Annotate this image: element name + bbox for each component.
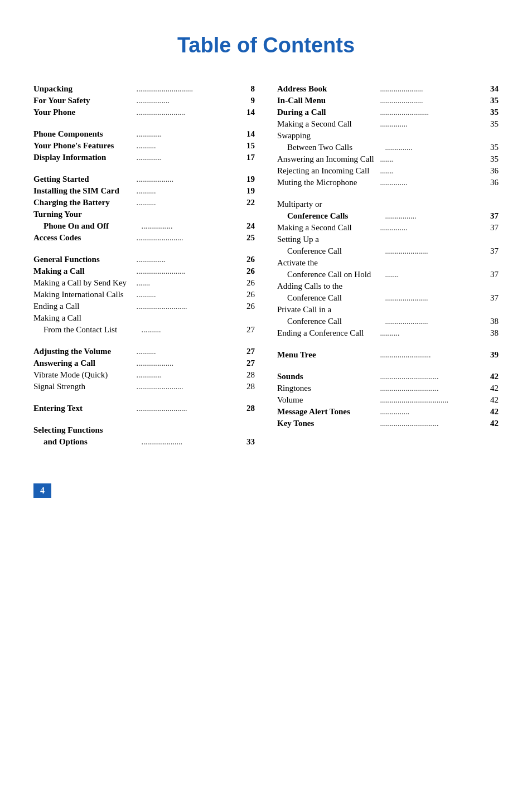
toc-entry-entering-text: Entering Text ..........................… (33, 404, 255, 413)
toc-entry-label-volume: Volume (277, 395, 379, 405)
toc-entry-page-conference-call-setup: 37 (483, 246, 499, 256)
toc-entry-dots-ringtones: .............................. (379, 384, 483, 393)
toc-entry-signal-strength: Signal Strength ........................… (33, 382, 255, 391)
toc-entry-setting-up-a-label: Setting Up a (277, 235, 499, 244)
toc-entry-page-sounds: 42 (483, 372, 499, 381)
toc-entry-volume: Volume .................................… (277, 395, 499, 405)
toc-entry-label-making-a-call: Making a Call (33, 267, 135, 276)
toc-entry-page-conference-call-adding: 37 (483, 293, 499, 303)
toc-entry-label-selecting-functions-label: Selecting Functions (33, 425, 255, 435)
toc-entry-page-conference-call-hold: 37 (483, 270, 499, 279)
toc-entry-your-phone: Your Phone .........................14 (33, 108, 255, 117)
toc-entry-selecting-functions-label: Selecting Functions (33, 425, 255, 435)
toc-entry-between-two-calls: Between Two Calls ..............35 (277, 143, 499, 152)
toc-entry-page-your-phones-features: 15 (239, 141, 255, 151)
toc-entry-getting-started: Getting Started ...................19 (33, 175, 255, 184)
toc-entry-dots-entering-text: .......................... (135, 404, 240, 413)
toc-entry-page-between-two-calls: 35 (483, 143, 499, 152)
toc-entry-page-general-functions: 26 (239, 255, 255, 264)
toc-entry-page-ending-a-call: 26 (239, 302, 255, 311)
toc-container: Unpacking .............................8… (33, 84, 499, 449)
toc-entry-vibrate-mode: Vibrate Mode (Quick) .............28 (33, 370, 255, 380)
toc-entry-dots-ending-a-call: .......................... (135, 302, 240, 311)
toc-entry-label-during-a-call: During a Call (277, 108, 379, 117)
toc-entry-page-your-phone: 14 (239, 108, 255, 117)
toc-entry-label-making-a-call2-label: Making a Call (33, 313, 255, 323)
toc-entry-label-adjusting-volume: Adjusting the Volume (33, 347, 135, 356)
toc-entry-page-vibrate-mode: 28 (239, 370, 255, 380)
toc-entry-dots-sounds: .............................. (379, 372, 483, 381)
toc-entry-page-signal-strength: 28 (239, 382, 255, 391)
toc-entry-label-making-second-call2: Making a Second Call (277, 223, 379, 233)
toc-entry-page-and-options: 33 (239, 437, 255, 447)
toc-entry-page-in-call-menu: 35 (483, 96, 499, 105)
toc-entry-label-unpacking: Unpacking (33, 84, 135, 94)
toc-entry-dots-menu-tree: .......................... (379, 351, 483, 360)
toc-entry-answering-incoming: Answering an Incoming Call .......35 (277, 154, 499, 164)
toc-entry-dots-your-phones-features: .......... (135, 142, 240, 151)
toc-entry-label-your-phones-features: Your Phone's Features (33, 141, 135, 151)
toc-entry-conference-call-hold: Conference Call on Hold .......37 (277, 270, 499, 279)
toc-entry-label-installing-sim: Installing the SIM Card (33, 186, 135, 196)
toc-entry-muting-microphone: Muting the Microphone ..............36 (277, 178, 499, 187)
toc-entry-page-getting-started: 19 (239, 175, 255, 184)
toc-spacer (33, 337, 255, 347)
toc-entry-in-call-menu: In-Call Menu ......................35 (277, 96, 499, 105)
toc-entry-dots-address-book: ...................... (379, 85, 483, 94)
toc-entry-dots-phone-components: ............. (135, 130, 240, 139)
toc-entry-dots-signal-strength: ........................ (135, 382, 240, 391)
toc-entry-dots-display-information: ............. (135, 153, 240, 162)
toc-entry-dots-charging-battery: .......... (135, 198, 240, 207)
toc-entry-sounds: Sounds ..............................42 (277, 372, 499, 381)
toc-right: Address Book ......................34In-… (277, 84, 499, 430)
toc-entry-page-installing-sim: 19 (239, 186, 255, 196)
toc-spacer (277, 362, 499, 372)
toc-entry-answering-a-call: Answering a Call ...................27 (33, 359, 255, 368)
toc-entry-address-book: Address Book ......................34 (277, 84, 499, 94)
toc-entry-label-conference-call-adding: Conference Call (287, 293, 384, 303)
toc-entry-label-making-by-send: Making a Call by Send Key (33, 278, 135, 288)
toc-entry-dots-conference-call-hold: ....... (384, 270, 483, 279)
toc-spacer (33, 394, 255, 404)
toc-entry-and-options: and Options .....................33 (33, 437, 255, 447)
toc-entry-dots-your-phone: ......................... (135, 108, 240, 117)
toc-entry-dots-from-contact-list: .......... (140, 326, 240, 335)
toc-entry-page-making-intl: 26 (239, 290, 255, 299)
toc-spacer (33, 119, 255, 129)
toc-entry-label-vibrate-mode: Vibrate Mode (Quick) (33, 370, 135, 380)
toc-entry-page-key-tones: 42 (483, 419, 499, 428)
toc-entry-dots-getting-started: ................... (135, 175, 240, 184)
toc-entry-dots-unpacking: ............................. (135, 85, 240, 94)
toc-entry-phone-components: Phone Components .............14 (33, 129, 255, 139)
toc-entry-page-conference-calls-header: 37 (483, 211, 499, 221)
toc-entry-label-in-call-menu: In-Call Menu (277, 96, 379, 105)
toc-entry-dots-phone-on-off: ................ (140, 222, 240, 231)
toc-entry-adjusting-volume: Adjusting the Volume ..........27 (33, 347, 255, 356)
toc-entry-dots-access-codes: ........................ (135, 234, 240, 243)
toc-entry-charging-battery: Charging the Battery ..........22 (33, 198, 255, 207)
toc-entry-adding-calls-label: Adding Calls to the (277, 282, 499, 291)
toc-entry-label-phone-on-off: Phone On and Off (43, 221, 140, 231)
toc-entry-multiparty-or-label: Multiparty or (277, 200, 499, 209)
toc-entry-page-making-second-call: 35 (483, 119, 499, 129)
toc-entry-page-muting-microphone: 36 (483, 178, 499, 187)
toc-entry-message-alert-tones: Message Alert Tones ...............42 (277, 407, 499, 417)
toc-entry-turning-your-label: Turning Your (33, 210, 255, 219)
toc-entry-page-making-a-call: 26 (239, 267, 255, 276)
toc-entry-key-tones: Key Tones ..............................… (277, 419, 499, 428)
toc-entry-page-message-alert-tones: 42 (483, 407, 499, 417)
toc-entry-label-making-second-call: Making a Second Call (277, 119, 379, 129)
toc-entry-page-making-by-send: 26 (239, 278, 255, 288)
toc-entry-dots-making-second-call: .............. (379, 120, 483, 129)
toc-entry-page-ending-conference: 38 (483, 328, 499, 338)
toc-spacer (33, 415, 255, 425)
toc-entry-label-entering-text: Entering Text (33, 404, 135, 413)
toc-entry-making-a-call: Making a Call .........................2… (33, 267, 255, 276)
toc-entry-making-second-call2: Making a Second Call ..............37 (277, 223, 499, 233)
toc-entry-label-setting-up-a-label: Setting Up a (277, 235, 499, 244)
toc-entry-page-phone-components: 14 (239, 129, 255, 139)
toc-entry-page-for-your-safety: 9 (239, 96, 255, 105)
toc-spacer (33, 245, 255, 255)
toc-entry-private-call-label: Private Call in a (277, 305, 499, 314)
toc-entry-from-contact-list: From the Contact List ..........27 (33, 325, 255, 335)
